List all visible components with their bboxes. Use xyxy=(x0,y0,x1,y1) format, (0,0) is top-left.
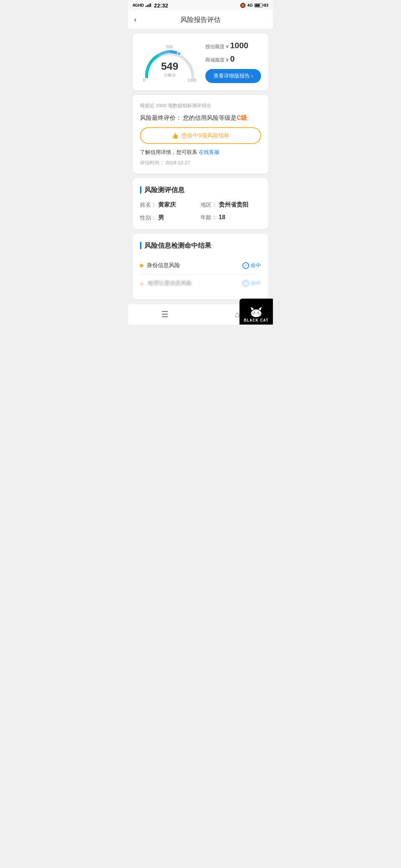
risk-info-grid: 姓名： 黄家庆 地区： 贵州省贵阳 性别： 男 年龄： 18 xyxy=(140,201,261,222)
signal-bar-4 xyxy=(150,3,151,7)
risk-detection-list: 身份信息风险 ✓ 命中 地理位置信息风险 ✓ 命中 xyxy=(140,257,261,292)
status-right: 🔕 4G 83 xyxy=(240,3,268,8)
section-bar-2 xyxy=(140,242,141,249)
service-prefix: 了解信用详情，您可联系 xyxy=(140,149,197,155)
risk-item-location: 地理位置信息风险 ✓ 命中 xyxy=(140,274,261,292)
mall-limit-value: 0 xyxy=(230,54,235,64)
gender-value: 男 xyxy=(158,214,164,222)
risk-level-prefix: 风险最终评价： 您的信用风险等级是 xyxy=(140,115,237,121)
blackcat-logo-icon xyxy=(249,305,264,318)
gauge-right-panel: 授信额度 ¥ 1000 商城额度 ¥ 0 查看详细版报告 › xyxy=(205,41,261,83)
age-value: 18 xyxy=(219,214,225,221)
svg-point-6 xyxy=(256,313,257,314)
section-bar xyxy=(140,186,141,194)
svg-point-5 xyxy=(257,312,259,313)
gender-key: 性别： xyxy=(140,214,157,221)
mall-limit-row: 商城额度 ¥ 0 xyxy=(205,54,261,64)
credit-limit-row: 授信额度 ¥ 1000 xyxy=(205,41,261,50)
menu-icon: ☰ xyxy=(161,310,169,319)
risk-item-label-2: 地理位置信息风险 xyxy=(147,280,192,287)
svg-point-4 xyxy=(254,312,255,313)
diamond-icon-1 xyxy=(139,263,143,267)
credit-limit-label: 授信额度 ¥ xyxy=(205,43,229,50)
risk-detection-card: 风险信息检测命中结果 身份信息风险 ✓ 命中 地理位置信息风险 xyxy=(133,234,268,299)
risk-item-left-1: 身份信息风险 xyxy=(140,262,180,269)
nav-home[interactable]: ⌂ xyxy=(235,310,240,319)
gauge-labels: 0 1000 xyxy=(140,78,199,82)
check-circle-1: ✓ xyxy=(242,262,249,269)
triangle-icon-2 xyxy=(140,282,144,285)
gauge-mid-label: 500 xyxy=(166,45,173,49)
risk-summary-card: 根据近 3300 项数据指标测评得出 风险最终评价： 您的信用风险等级是C级 👍… xyxy=(133,95,268,174)
status-time: 22:32 xyxy=(154,2,168,9)
gauge-indicator xyxy=(177,52,181,56)
risk-level-row: 风险最终评价： 您的信用风险等级是C级 xyxy=(140,114,261,122)
signal-label: 4GHD xyxy=(133,3,144,7)
risk-detection-title: 风险信息检测命中结果 xyxy=(140,241,261,250)
eval-time-label: 评估时间： xyxy=(140,160,164,165)
risk-level-grade: C级 xyxy=(237,115,247,121)
risk-item-status-2: 命中 xyxy=(251,280,261,287)
svg-marker-3 xyxy=(258,307,262,310)
gauge-card: 500 549 小银分 0 1000 授信额度 ¥ 1000 商城额度 ¥ 0 … xyxy=(133,33,268,91)
blackcat-text: BLACK CAT xyxy=(244,318,269,322)
gauge-max-label: 1000 xyxy=(188,78,196,82)
eval-time-row: 评估时间： 2019-12-27 xyxy=(140,160,261,166)
battery-fill xyxy=(255,4,260,7)
online-service-link[interactable]: 在线客服 xyxy=(199,149,219,155)
signal-bar-2 xyxy=(147,5,148,7)
name-key: 姓名： xyxy=(140,201,157,208)
nav-menu[interactable]: ☰ xyxy=(161,310,169,319)
gauge-container: 500 549 小银分 0 1000 xyxy=(140,42,199,82)
risk-info-card: 风险测评信息 姓名： 黄家庆 地区： 贵州省贵阳 性别： 男 年龄： 18 xyxy=(133,178,268,229)
svg-point-1 xyxy=(252,309,261,316)
back-button[interactable]: ‹ xyxy=(134,15,137,24)
signal-bars xyxy=(146,3,151,7)
home-icon: ⌂ xyxy=(235,310,240,319)
gauge-center: 549 小银分 xyxy=(161,61,179,78)
page-header: ‹ 风险报告评估 xyxy=(128,10,273,29)
main-content: 500 549 小银分 0 1000 授信额度 ¥ 1000 商城额度 ¥ 0 … xyxy=(128,29,273,304)
mall-limit-label: 商城额度 ¥ xyxy=(205,57,229,63)
info-age: 年龄： 18 xyxy=(200,214,261,222)
check-circle-2: ✓ xyxy=(242,280,249,287)
detail-report-button[interactable]: 查看详细版报告 › xyxy=(205,69,261,83)
signal-bar-1 xyxy=(146,6,147,7)
gauge-score: 549 xyxy=(161,61,179,72)
eval-time-value: 2019-12-27 xyxy=(166,160,190,165)
risk-item-left-2: 地理位置信息风险 xyxy=(140,280,192,287)
signal-bar-3 xyxy=(149,4,150,7)
service-contact-row: 了解信用详情，您可联系 在线客服 xyxy=(140,149,261,156)
region-key: 地区： xyxy=(200,201,217,208)
bottom-nav: ☰ ⌂ BLACK CAT xyxy=(128,304,273,325)
status-bar: 4GHD 22:32 🔕 4G 83 xyxy=(128,0,273,10)
info-name: 姓名： 黄家庆 xyxy=(140,201,200,209)
notification-icon: 🔕 xyxy=(240,3,246,8)
region-value: 贵州省贵阳 xyxy=(219,201,248,209)
svg-marker-2 xyxy=(251,307,254,310)
risk-item-right-1: ✓ 命中 xyxy=(242,262,261,269)
info-region: 地区： 贵州省贵阳 xyxy=(200,201,261,209)
name-value: 黄家庆 xyxy=(158,201,176,209)
risk-item-identity: 身份信息风险 ✓ 命中 xyxy=(140,257,261,274)
risk-item-status-1: 命中 xyxy=(251,262,261,269)
status-left: 4GHD 22:32 xyxy=(133,2,168,9)
age-key: 年龄： xyxy=(200,214,217,221)
risk-item-label-1: 身份信息风险 xyxy=(147,262,180,269)
battery-level: 83 xyxy=(264,3,268,7)
risk-hit-button[interactable]: 👍 您命中5项风险指标 xyxy=(140,127,261,144)
risk-info-title-text: 风险测评信息 xyxy=(144,185,185,194)
network-type: 4G xyxy=(247,3,253,7)
gauge-subtitle: 小银分 xyxy=(161,72,179,78)
thumb-icon: 👍 xyxy=(172,132,179,139)
gauge-min-label: 0 xyxy=(143,78,145,82)
risk-item-right-2: ✓ 命中 xyxy=(242,280,261,287)
data-source-text: 根据近 3300 项数据指标测评得出 xyxy=(140,102,261,109)
risk-detection-title-text: 风险信息检测命中结果 xyxy=(144,241,211,250)
credit-limit-value: 1000 xyxy=(230,41,248,50)
info-gender: 性别： 男 xyxy=(140,214,200,222)
risk-info-title: 风险测评信息 xyxy=(140,185,261,194)
risk-hit-label: 您命中5项风险指标 xyxy=(182,132,229,139)
blackcat-watermark: BLACK CAT xyxy=(239,299,273,325)
battery-icon xyxy=(254,3,263,7)
